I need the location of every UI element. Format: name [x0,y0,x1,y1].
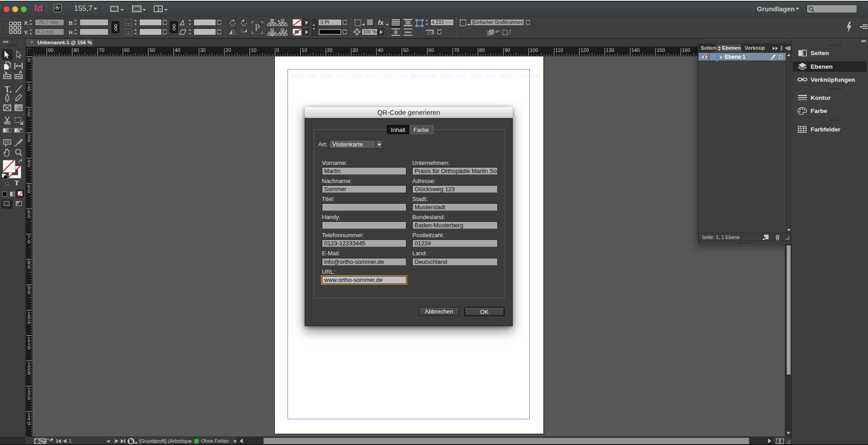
svg-text:100: 100 [530,47,538,53]
svg-text:20: 20 [226,47,231,53]
svg-text:60: 60 [429,47,434,53]
svg-text:0: 0 [28,239,30,244]
svg-text:90: 90 [48,47,53,53]
svg-text:0: 0 [28,112,30,117]
svg-text:40: 40 [377,47,383,53]
svg-text:60: 60 [124,47,129,53]
svg-text:0: 0 [28,188,30,194]
svg-text:P: P [255,23,259,33]
svg-text:0: 0 [28,421,30,426]
svg-text:10: 10 [302,47,307,53]
svg-text:40: 40 [175,47,180,53]
svg-text:110: 110 [555,47,563,53]
svg-text:50: 50 [150,47,155,53]
svg-text:160: 160 [682,47,690,53]
svg-text:70: 70 [454,47,459,53]
svg-text:0: 0 [28,290,30,295]
svg-text:0: 0 [28,137,30,143]
svg-text:10: 10 [251,47,256,53]
svg-text:0: 0 [28,319,30,325]
svg-text:80: 80 [73,47,79,53]
svg-text:70: 70 [99,47,104,53]
svg-text:150: 150 [657,47,665,53]
svg-text:140: 140 [631,47,639,53]
svg-text:0: 0 [28,395,30,401]
svg-text:20: 20 [327,47,332,53]
svg-text:50: 50 [403,47,409,53]
svg-text:0: 0 [276,47,279,53]
svg-text:80: 80 [479,47,485,53]
svg-text:0: 0 [28,87,30,92]
svg-text:120: 120 [580,47,589,53]
svg-text:30: 30 [352,47,358,53]
svg-text:0: 0 [28,163,30,168]
svg-text:0: 0 [28,345,30,350]
svg-text:130: 130 [606,47,614,53]
svg-text:0: 0 [28,214,30,219]
svg-text:0: 0 [28,370,30,375]
svg-text:90: 90 [505,47,510,53]
svg-text:30: 30 [200,47,206,53]
svg-text:0: 0 [28,57,30,63]
svg-text:0: 0 [28,264,30,270]
